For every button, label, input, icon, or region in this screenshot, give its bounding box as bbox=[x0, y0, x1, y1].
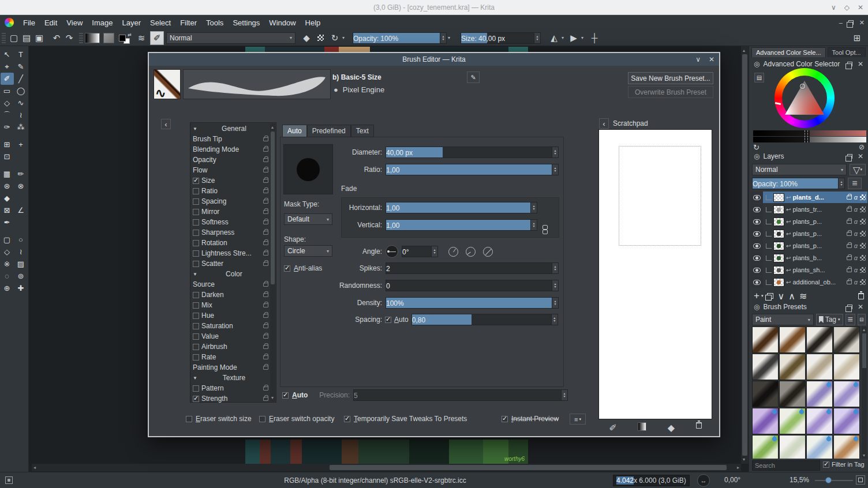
brush-option-row[interactable]: ▼ Pattern bbox=[191, 383, 270, 393]
spacing-spinner[interactable]: ▴▾ bbox=[552, 314, 558, 325]
overwrite-brush-preset-button[interactable]: Overwrite Brush Preset bbox=[628, 86, 713, 98]
layer-list-menu-icon[interactable]: ≡ bbox=[848, 178, 862, 189]
brush-settings-icon[interactable]: ≋ bbox=[135, 32, 148, 44]
option-checkbox[interactable] bbox=[193, 302, 199, 309]
option-lock-icon[interactable] bbox=[263, 189, 268, 193]
layer-alpha-lock-icon[interactable]: α bbox=[854, 242, 858, 249]
storage-icon[interactable]: ⊟ bbox=[858, 314, 866, 325]
brush-option-row[interactable]: ▼ Strength bbox=[191, 393, 270, 404]
brush-preset-thumbnail[interactable] bbox=[806, 354, 833, 380]
option-lock-icon[interactable] bbox=[263, 397, 268, 401]
option-lock-icon[interactable] bbox=[263, 283, 268, 287]
select-shapes-tool[interactable]: ↖ bbox=[1, 48, 14, 61]
randomness-slider[interactable]: 0 bbox=[386, 280, 552, 291]
layer-thumbnail[interactable] bbox=[773, 230, 784, 238]
spacing-slider[interactable]: 0,80 bbox=[411, 314, 552, 325]
layer-lock-icon[interactable] bbox=[847, 232, 852, 236]
preset-search-input[interactable] bbox=[752, 460, 820, 471]
ratio-slider[interactable]: 1,00 bbox=[386, 164, 552, 175]
option-lock-icon[interactable] bbox=[263, 210, 268, 214]
wrap-around-mode-icon[interactable]: ┼ bbox=[588, 32, 601, 44]
layer-row[interactable]: ↩ plants_b... α bbox=[750, 252, 867, 264]
layer-lock-icon[interactable] bbox=[847, 280, 852, 284]
brush-option-row[interactable]: ▼ Rotation bbox=[191, 238, 270, 248]
brush-option-row[interactable]: ▼ Color bbox=[191, 269, 270, 279]
layer-thumbnail[interactable] bbox=[773, 254, 784, 262]
similar-color-select-tool[interactable]: ※ bbox=[1, 258, 14, 270]
pan-tool[interactable]: ✚ bbox=[14, 282, 28, 294]
layer-thumbnail[interactable] bbox=[773, 217, 784, 226]
dialog-close-icon[interactable]: ✕ bbox=[709, 55, 714, 63]
brush-preset-thumbnail[interactable] bbox=[752, 326, 779, 353]
layer-thumbnail[interactable] bbox=[773, 205, 784, 214]
layer-alpha-lock-icon[interactable]: α bbox=[854, 206, 858, 213]
preset-scrollbar[interactable]: ▴ ▾ bbox=[862, 326, 867, 459]
workspace-chooser-icon[interactable]: ⊞ bbox=[851, 32, 863, 44]
vertical-fade-slider[interactable]: 1,00 bbox=[386, 219, 531, 231]
layer-lock-icon[interactable] bbox=[847, 208, 852, 212]
option-checkbox[interactable] bbox=[193, 198, 199, 205]
shade-strip-dark-top[interactable] bbox=[753, 130, 810, 136]
measure-tool[interactable]: ∠ bbox=[14, 204, 28, 216]
smart-patch-tool[interactable]: ⊗ bbox=[14, 180, 28, 192]
polygon-tool[interactable]: ◇ bbox=[1, 97, 14, 109]
brush-option-row[interactable]: ▼ Sharpness bbox=[191, 227, 270, 238]
layer-style-icon[interactable]: ↩ bbox=[786, 219, 791, 225]
menu-item[interactable]: Window bbox=[264, 17, 300, 28]
save-document-icon[interactable]: ▣ bbox=[33, 32, 46, 44]
layer-thumbnail[interactable] bbox=[773, 242, 784, 250]
brush-option-row[interactable]: ▼ Scatter bbox=[191, 258, 270, 269]
canvas-vertical-scrollbar[interactable]: ▴ ▾ bbox=[741, 46, 749, 464]
move-layer-down-icon[interactable]: ∨ bbox=[777, 291, 784, 302]
preset-scroll-down-icon[interactable]: ▾ bbox=[863, 453, 865, 458]
brush-option-row[interactable]: ▼ General bbox=[191, 123, 270, 134]
layer-thumbnail[interactable] bbox=[773, 193, 784, 202]
brush-tip-tab[interactable]: Auto bbox=[282, 125, 307, 137]
option-checkbox[interactable] bbox=[193, 250, 199, 257]
size-spinner[interactable]: ▴▾ bbox=[534, 32, 541, 44]
zoom-slider-thumb[interactable] bbox=[825, 477, 832, 483]
polyline-tool[interactable]: ∿ bbox=[14, 97, 28, 109]
layer-name[interactable]: plants_p... bbox=[792, 230, 844, 237]
option-lock-icon[interactable] bbox=[263, 251, 268, 256]
shade-strip-red[interactable] bbox=[810, 130, 866, 136]
refresh-shades-icon[interactable]: ↻ bbox=[753, 143, 760, 152]
brush-option-row[interactable]: ▼ Hue bbox=[191, 310, 270, 321]
layer-visibility-toggle[interactable] bbox=[750, 240, 763, 251]
brush-option-row[interactable]: ▼ Saturation bbox=[191, 321, 270, 331]
layer-alpha-lock-icon[interactable]: α bbox=[854, 266, 858, 273]
layer-name[interactable]: plants_tr... bbox=[792, 206, 844, 213]
brush-preset-thumbnail[interactable] bbox=[779, 354, 806, 380]
option-lock-icon[interactable] bbox=[263, 220, 268, 224]
option-checkbox[interactable] bbox=[193, 188, 199, 194]
color-sampler-tool[interactable]: ✏ bbox=[14, 168, 28, 180]
eraser-mode-icon[interactable]: ◆ bbox=[300, 32, 313, 44]
option-checkbox[interactable] bbox=[193, 292, 199, 298]
spacing-auto-checkbox[interactable] bbox=[385, 317, 391, 323]
docker-float-icon[interactable] bbox=[847, 154, 852, 159]
layer-alpha-lock-icon[interactable]: α bbox=[854, 230, 858, 237]
option-lock-icon[interactable] bbox=[263, 241, 268, 245]
selection-mode-icon[interactable] bbox=[5, 476, 13, 484]
scroll-up-icon[interactable]: ▴ bbox=[743, 48, 745, 53]
canvas-rotation-dial[interactable]: ↔ bbox=[697, 474, 710, 487]
layer-visibility-toggle[interactable] bbox=[750, 252, 763, 264]
add-layer-button[interactable]: + bbox=[754, 290, 760, 302]
layer-opacity-spinner[interactable]: ▴▾ bbox=[839, 178, 845, 189]
layer-properties-icon[interactable]: ≋ bbox=[799, 291, 807, 302]
canvas-artwork-bottom[interactable]: worthy6 bbox=[245, 440, 528, 464]
brush-preset-thumbnail[interactable] bbox=[752, 354, 779, 380]
text-tool[interactable]: T bbox=[14, 48, 28, 61]
layer-inherit-alpha-icon[interactable] bbox=[860, 279, 866, 285]
layer-name[interactable]: plants_b... bbox=[792, 254, 844, 261]
redo-icon[interactable]: ↷ bbox=[63, 32, 76, 44]
preset-display-mode-icon[interactable]: ≡ bbox=[845, 314, 855, 325]
horizontal-fade-slider[interactable]: 1,00 bbox=[386, 202, 531, 213]
docker-pin-icon[interactable]: ◎ bbox=[754, 60, 760, 68]
pattern-edit-tool[interactable]: ⊛ bbox=[1, 180, 14, 192]
move-tool[interactable]: + bbox=[14, 138, 28, 151]
image-dimensions-field[interactable]: 4.042 x 6.000 (3,0 GiB) bbox=[613, 475, 690, 486]
brush-preset-thumbnail[interactable] bbox=[833, 381, 860, 407]
pattern-chooser-icon[interactable] bbox=[103, 33, 114, 43]
scratchpad-collapse-button[interactable]: ‹ bbox=[599, 118, 609, 129]
